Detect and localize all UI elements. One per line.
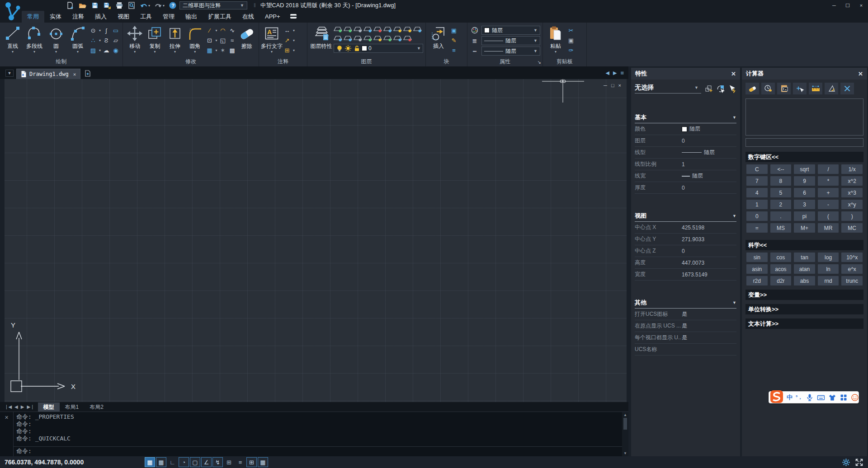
workspace-select[interactable]: 二维草图与注释 ▼ bbox=[179, 1, 247, 9]
calc-key[interactable]: 1 bbox=[746, 200, 768, 209]
linetype-icon[interactable]: ┅ bbox=[470, 48, 480, 55]
calc-key[interactable]: r2d bbox=[746, 276, 768, 285]
多行文字-button[interactable]: A多行文字▾ bbox=[261, 24, 282, 54]
array-icon[interactable]: ▦ bbox=[206, 46, 214, 54]
calc-key[interactable]: - bbox=[818, 200, 839, 209]
calc-section-变量[interactable]: 变量>> bbox=[745, 290, 863, 300]
dialog-launcher-icon[interactable]: ↘ bbox=[538, 59, 541, 66]
calc-key[interactable]: e^x bbox=[841, 264, 863, 274]
close-drawing-button[interactable]: × bbox=[618, 83, 621, 88]
color-palette-icon[interactable] bbox=[470, 27, 480, 34]
直线-button[interactable]: 直线▾ bbox=[2, 24, 23, 54]
calc-key[interactable]: 8 bbox=[770, 176, 792, 186]
layout-tab-模型[interactable]: 模型 bbox=[38, 402, 60, 412]
property-row[interactable]: 打开UCS图标是 bbox=[635, 309, 736, 320]
object-color-dropdown[interactable]: 随层▼ bbox=[481, 26, 540, 35]
close-button[interactable]: × bbox=[854, 0, 868, 11]
圆-button[interactable]: 圆▾ bbox=[46, 24, 66, 54]
tab-工具[interactable]: 工具 bbox=[135, 11, 157, 23]
properties-panel-header[interactable]: 特性 ✕ bbox=[631, 68, 740, 80]
tab-管理[interactable]: 管理 bbox=[157, 11, 180, 23]
layer-off-icon[interactable] bbox=[334, 25, 342, 33]
calc-key[interactable]: ) bbox=[841, 211, 863, 221]
property-row[interactable]: 中心点 Y271.9033 bbox=[635, 234, 736, 245]
calc-key[interactable]: ln bbox=[818, 264, 839, 274]
quick-select-icon[interactable] bbox=[705, 84, 713, 93]
calc-key[interactable]: rnd bbox=[818, 276, 839, 285]
calc-get-coordinates-icon[interactable] bbox=[793, 83, 807, 94]
command-prompt[interactable]: 命令: bbox=[14, 446, 622, 456]
rectangle-icon[interactable]: ▭ bbox=[112, 26, 120, 34]
calc-key[interactable]: 9 bbox=[794, 176, 815, 186]
tab-扩展工具[interactable]: 扩展工具 bbox=[203, 11, 237, 23]
dyn-input-icon[interactable]: ⊞ bbox=[224, 457, 234, 467]
microphone-icon[interactable] bbox=[806, 393, 814, 402]
calc-key[interactable]: <-- bbox=[770, 164, 792, 174]
leader-icon[interactable]: ↗ bbox=[283, 36, 291, 44]
calc-key[interactable]: * bbox=[818, 176, 839, 186]
settings-gear-icon[interactable] bbox=[842, 458, 850, 467]
lineweight-icon[interactable]: ≣ bbox=[470, 37, 480, 44]
document-tab[interactable]: Drawing1.dwg ✕ bbox=[16, 69, 80, 79]
layer-unlock-icon[interactable] bbox=[383, 25, 392, 33]
calc-key[interactable]: = bbox=[746, 223, 768, 233]
calc-key[interactable]: d2r bbox=[770, 276, 792, 285]
copy-clip-icon[interactable]: ▣ bbox=[567, 36, 575, 44]
calc-section-文本计算[interactable]: 文本计算>> bbox=[745, 318, 863, 329]
minimize-drawing-button[interactable]: ─ bbox=[604, 83, 607, 88]
layer-lock-icon[interactable] bbox=[373, 25, 382, 33]
close-icon[interactable]: ✕ bbox=[5, 415, 9, 420]
layer-copy-icon[interactable] bbox=[393, 34, 402, 42]
calc-key[interactable]: log bbox=[818, 253, 839, 262]
delete-duplicate-icon[interactable]: ∿ bbox=[228, 26, 236, 34]
select-objects-icon[interactable] bbox=[716, 84, 725, 93]
calc-key[interactable]: + bbox=[818, 188, 839, 197]
calc-key[interactable]: tan bbox=[794, 253, 815, 262]
property-row[interactable]: 线宽随层 bbox=[635, 170, 736, 182]
chevron-down-icon[interactable]: ▾ bbox=[99, 38, 101, 42]
undo-icon[interactable]: ▾ bbox=[140, 1, 150, 10]
calc-key[interactable]: 0 bbox=[746, 211, 768, 221]
calc-key[interactable]: x^3 bbox=[841, 188, 863, 197]
layout-tab-布局2[interactable]: 布局2 bbox=[84, 402, 109, 412]
offset-icon[interactable]: ◱ bbox=[219, 36, 227, 44]
calc-key[interactable]: sin bbox=[746, 253, 768, 262]
chevron-down-icon[interactable]: ▾ bbox=[99, 48, 101, 52]
property-row[interactable]: 每个视口都显示 U...是 bbox=[635, 332, 736, 344]
emoji-icon[interactable] bbox=[851, 393, 859, 402]
fullscreen-icon[interactable] bbox=[855, 458, 863, 467]
calc-key[interactable]: abs bbox=[794, 276, 815, 285]
tab-视图[interactable]: 视图 bbox=[112, 11, 135, 23]
polar-track-icon[interactable]: ∠ bbox=[201, 457, 212, 467]
tab-list-icon[interactable]: ≡ bbox=[620, 70, 624, 76]
calc-key[interactable]: pi bbox=[794, 211, 815, 221]
multi-point-icon[interactable]: ∴ bbox=[89, 36, 97, 44]
sogou-logo-icon[interactable] bbox=[770, 390, 783, 403]
drawing-canvas[interactable]: ─□× Y X bbox=[5, 79, 627, 402]
quick-properties-icon[interactable]: ⊞ bbox=[246, 457, 257, 467]
scroll-up-icon[interactable]: ▲ bbox=[623, 413, 627, 417]
object-lineweight-dropdown[interactable]: 随层▼ bbox=[481, 36, 540, 45]
scrollbar-thumb[interactable] bbox=[623, 418, 627, 430]
skin-icon[interactable] bbox=[828, 393, 836, 402]
calc-key[interactable]: . bbox=[770, 211, 792, 221]
擦除-button[interactable]: 擦除 bbox=[237, 24, 256, 54]
calc-key[interactable]: 1/x bbox=[841, 164, 863, 174]
edit-hatch-icon[interactable]: ▩ bbox=[228, 46, 236, 54]
chevron-down-icon[interactable]: ▾ bbox=[293, 28, 295, 33]
lineweight-toggle-icon[interactable]: ≡ bbox=[235, 457, 245, 467]
圆弧-button[interactable]: 圆弧▾ bbox=[67, 24, 88, 54]
close-icon[interactable]: ✕ bbox=[731, 70, 736, 77]
calc-key[interactable]: 6 bbox=[794, 188, 815, 197]
point-style-icon[interactable]: ⊙ bbox=[89, 26, 97, 34]
calculator-panel-header[interactable]: 计算器 ✕ bbox=[742, 68, 867, 80]
calc-key[interactable]: / bbox=[818, 164, 839, 174]
chevron-down-icon[interactable]: ▾ bbox=[216, 38, 217, 42]
snap-icon[interactable]: ▦ bbox=[156, 457, 166, 467]
layer-current-icon[interactable] bbox=[393, 25, 402, 33]
tab-APP+[interactable]: APP+ bbox=[259, 11, 286, 23]
chevron-down-icon[interactable]: ▾ bbox=[99, 28, 101, 33]
maximize-button[interactable]: ☐ bbox=[841, 0, 854, 11]
calc-distance-icon[interactable] bbox=[809, 83, 822, 94]
calc-paste-icon[interactable] bbox=[777, 83, 791, 94]
